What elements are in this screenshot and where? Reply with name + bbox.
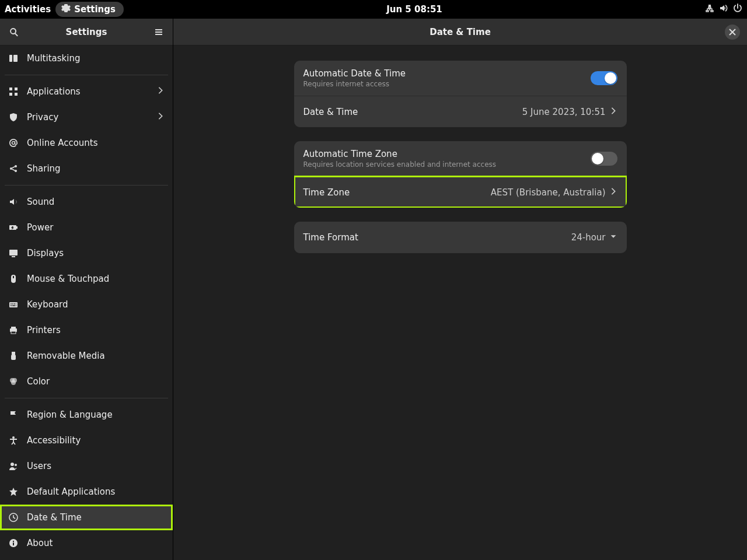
row-timezone[interactable]: Time ZoneAEST (Brisbane, Australia) (294, 176, 627, 208)
star-icon (8, 487, 19, 496)
settings-content: Automatic Date & TimeRequires internet a… (173, 46, 747, 560)
sidebar-item-label: Accessibility (27, 435, 165, 446)
sidebar-item-sharing[interactable]: Sharing (0, 156, 173, 181)
chevron-right-icon (609, 107, 617, 117)
svg-rect-4 (15, 88, 18, 90)
sidebar-item-printers[interactable]: Printers (0, 317, 173, 343)
sidebar-item-label: Power (27, 222, 165, 233)
sidebar-item-label: Keyboard (27, 299, 165, 310)
svg-rect-13 (12, 256, 15, 257)
row-labels: Time Zone (303, 187, 491, 198)
sidebar-item-label: Multitasking (27, 53, 165, 64)
row-time-format[interactable]: Time Format24-hour (294, 222, 627, 253)
multitasking-icon (8, 54, 19, 63)
app-indicator-label: Settings (74, 4, 116, 15)
sidebar-item-region[interactable]: Region & Language (0, 402, 173, 428)
sidebar-item-users[interactable]: Users (0, 453, 173, 479)
display-icon (8, 249, 19, 258)
power-icon (8, 223, 19, 232)
users-icon (8, 461, 19, 471)
network-icon (705, 4, 714, 15)
activities-button[interactable]: Activities (5, 4, 51, 15)
sidebar-item-privacy[interactable]: Privacy (0, 104, 173, 130)
svg-point-25 (12, 436, 15, 439)
sidebar-item-about[interactable]: About (0, 530, 173, 556)
sidebar-item-removable[interactable]: Removable Media (0, 343, 173, 369)
status-area[interactable] (705, 4, 742, 15)
usb-icon (8, 351, 19, 360)
share-icon (8, 164, 19, 173)
sidebar-item-displays[interactable]: Displays (0, 240, 173, 266)
row-subtitle: Requires location services enabled and i… (303, 160, 591, 169)
row-value: 5 June 2023, 10:51 (522, 107, 606, 117)
toggle-auto-datetime[interactable] (591, 71, 617, 85)
search-button[interactable] (6, 24, 22, 40)
sidebar-item-keyboard[interactable]: Keyboard (0, 292, 173, 317)
privacy-icon (8, 113, 19, 122)
sidebar-item-color[interactable]: Color (0, 369, 173, 394)
settings-group: Automatic Time ZoneRequires location ser… (294, 141, 627, 208)
sidebar-item-label: Printers (27, 325, 165, 335)
sidebar-item-online-accounts[interactable]: Online Accounts (0, 130, 173, 156)
gear-icon (61, 4, 71, 15)
sidebar-item-label: Sharing (27, 163, 165, 174)
settings-group: Automatic Date & TimeRequires internet a… (294, 61, 627, 127)
toggle-auto-tz[interactable] (591, 152, 617, 166)
menu-button[interactable] (151, 24, 167, 40)
svg-point-27 (15, 464, 17, 466)
sidebar-item-power[interactable]: Power (0, 215, 173, 240)
sidebar-item-date-time[interactable]: Date & Time (0, 505, 173, 530)
sidebar-item-mouse[interactable]: Mouse & Touchpad (0, 266, 173, 292)
a11y-icon (8, 436, 19, 445)
svg-point-9 (15, 170, 17, 172)
svg-point-24 (11, 380, 16, 385)
settings-sidebar: Settings MultitaskingApplicationsPrivacy… (0, 19, 173, 560)
row-value: AEST (Brisbane, Australia) (491, 187, 606, 198)
caret-down-icon (609, 232, 617, 243)
sidebar-separator (5, 398, 168, 398)
topbar-clock[interactable]: Jun 5 08:51 (124, 4, 705, 15)
page-title: Date & Time (196, 27, 725, 37)
settings-window: Settings MultitaskingApplicationsPrivacy… (0, 19, 747, 560)
sidebar-item-label: Displays (27, 248, 165, 258)
svg-point-26 (11, 463, 14, 466)
clock-icon (8, 513, 19, 522)
settings-main: Date & Time Automatic Date & TimeRequire… (173, 19, 747, 560)
sidebar-item-default-apps[interactable]: Default Applications (0, 479, 173, 505)
sidebar-item-label: Removable Media (27, 351, 165, 361)
sidebar-item-label: Date & Time (27, 512, 165, 523)
row-datetime[interactable]: Date & Time5 June 2023, 10:51 (294, 96, 627, 127)
row-value: 24-hour (571, 232, 606, 243)
close-button[interactable] (725, 24, 740, 40)
svg-rect-2 (13, 55, 18, 62)
row-labels: Automatic Date & TimeRequires internet a… (303, 68, 591, 88)
chevron-right-icon (156, 112, 165, 123)
search-icon (9, 27, 19, 37)
sidebar-item-multitasking[interactable]: Multitasking (0, 46, 173, 71)
row-title: Time Zone (303, 187, 491, 198)
chevron-right-icon (609, 187, 617, 198)
row-title: Date & Time (303, 107, 522, 117)
sidebar-item-label: Users (27, 461, 165, 471)
svg-rect-12 (9, 250, 18, 256)
sidebar-item-accessibility[interactable]: Accessibility (0, 428, 173, 453)
svg-rect-16 (9, 302, 18, 307)
svg-rect-0 (708, 5, 711, 7)
row-title: Automatic Date & Time (303, 68, 591, 79)
svg-rect-1 (9, 55, 12, 62)
row-labels: Time Format (303, 232, 571, 243)
svg-rect-11 (16, 226, 18, 229)
apps-icon (8, 87, 19, 96)
at-icon (8, 138, 19, 148)
row-labels: Date & Time (303, 107, 522, 117)
svg-point-8 (15, 165, 17, 167)
app-indicator[interactable]: Settings (55, 2, 124, 17)
sidebar-item-applications[interactable]: Applications (0, 79, 173, 104)
svg-point-7 (10, 167, 12, 170)
main-header: Date & Time (173, 19, 747, 46)
sidebar-item-label: Mouse & Touchpad (27, 274, 165, 284)
svg-rect-21 (11, 355, 16, 360)
sidebar-item-sound[interactable]: Sound (0, 189, 173, 215)
sidebar-separator (5, 185, 168, 186)
svg-rect-20 (12, 352, 15, 355)
